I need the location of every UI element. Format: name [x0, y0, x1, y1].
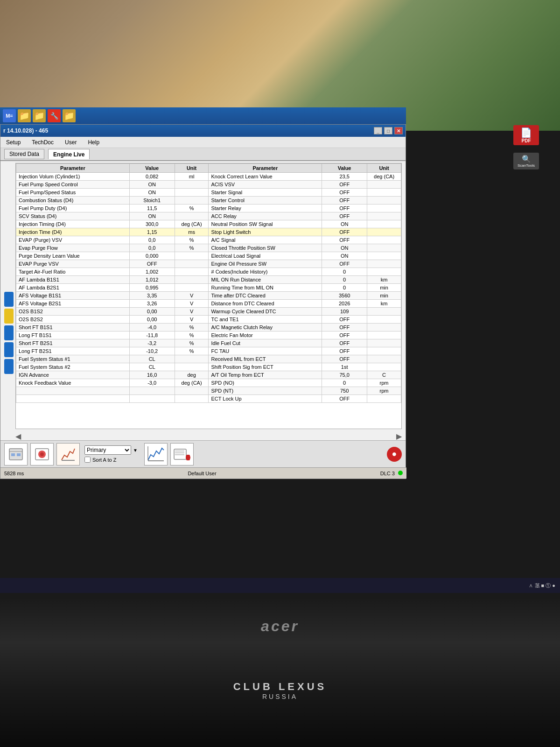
left-param-cell: Short FT B1S1: [16, 324, 130, 331]
right-value-cell: OFF: [322, 181, 367, 189]
right-unit-cell: km: [367, 300, 401, 308]
toolbar-icon-2[interactable]: [30, 443, 54, 465]
sidebar-btn-4[interactable]: [4, 342, 14, 357]
close-button[interactable]: ✕: [394, 127, 403, 134]
left-param-header: Parameter: [16, 164, 130, 173]
toolbar-icon-5[interactable]: [170, 443, 194, 465]
menu-help[interactable]: Help: [86, 138, 101, 147]
right-param-cell: Shift Position Sig from ECT: [209, 363, 322, 371]
sort-checkbox[interactable]: [84, 457, 91, 463]
right-param-cell: Starter Signal: [209, 189, 322, 197]
right-value-cell: OFF: [322, 204, 367, 212]
right-value-cell: 2026: [322, 300, 367, 308]
sidebar-btn-5[interactable]: [4, 359, 14, 374]
right-unit-cell: [367, 316, 401, 324]
menu-setup[interactable]: Setup: [4, 138, 22, 147]
menu-techdoc[interactable]: TechDoc: [30, 138, 56, 147]
right-unit-cell: min: [367, 284, 401, 292]
primary-dropdown[interactable]: Primary: [84, 445, 131, 455]
right-value-cell: OFF: [322, 236, 367, 244]
scroll-indicator: ◀ ▶: [0, 431, 406, 441]
maximize-button[interactable]: □: [384, 127, 392, 134]
table-row: EVAP (Purge) VSV 0,0 % A/C Signal OFF: [16, 236, 401, 244]
right-unit-header: Unit: [367, 164, 401, 173]
svg-rect-8: [148, 460, 164, 461]
left-value-cell: -11,8: [129, 331, 175, 339]
toolbar-icon-1[interactable]: [4, 443, 28, 465]
sidebar-btn-3[interactable]: [4, 325, 14, 340]
right-value-cell: 75,0: [322, 371, 367, 379]
left-unit-cell: V: [175, 316, 209, 324]
left-unit-cell: [175, 197, 209, 204]
folder-icon3[interactable]: 📁: [63, 109, 76, 122]
left-param-cell: AF Lambda B1S1: [16, 276, 130, 284]
club-lexus-logo: CLUB LEXUS RUSSIA: [233, 681, 327, 700]
pdf-icon[interactable]: 📄 PDF: [513, 125, 539, 145]
system-tray: ∧ 茎 ■ ① ●: [0, 578, 560, 593]
right-unit-cell: deg (CA): [367, 173, 401, 181]
left-param-cell: Fuel Pump/Speed Status: [16, 189, 130, 197]
right-value-cell: OFF: [322, 189, 367, 197]
table-row: Purge Density Learn Value 0,000 Electric…: [16, 252, 401, 260]
right-param-cell: A/C Signal: [209, 236, 322, 244]
table-row: Fuel Pump/Speed Status ON Starter Signal…: [16, 189, 401, 197]
table-row: Fuel Pump Duty (D4) 11,5 % Starter Relay…: [16, 204, 401, 212]
svg-rect-3: [17, 453, 21, 456]
main-window: r 14.10.028) - 465 _ □ ✕ Setup TechDoc U…: [0, 124, 406, 479]
scan-icon[interactable]: 🔍 ScanTools: [513, 153, 539, 169]
right-unit-cell: [367, 331, 401, 339]
left-value-cell: 0,995: [129, 284, 175, 292]
menu-user[interactable]: User: [63, 138, 78, 147]
tab-engine-live[interactable]: Engine Live: [48, 149, 90, 159]
left-value-cell: -4,0: [129, 324, 175, 331]
right-param-header: Parameter: [209, 164, 322, 173]
table-row: Target Air-Fuel Ratio 1,002 # Codes(Incl…: [16, 268, 401, 276]
table-row: Fuel System Status #1 CL Received MIL fr…: [16, 355, 401, 363]
app-icon[interactable]: 🔧: [48, 109, 61, 122]
left-param-cell: Knock Feedback Value: [16, 379, 130, 387]
right-value-cell: 109: [322, 308, 367, 316]
right-param-cell: TC and TE1: [209, 316, 322, 324]
bottom-toolbar: Primary ▼ Sort A to Z ●: [0, 440, 406, 467]
table-row: AFS Voltage B1S1 3,35 V Time after DTC C…: [16, 292, 401, 300]
left-param-cell: O2S B1S2: [16, 308, 130, 316]
left-value-cell: ON: [129, 212, 175, 220]
record-button[interactable]: ●: [387, 447, 402, 462]
left-value-cell: OFF: [129, 260, 175, 268]
left-value-cell: CL: [129, 355, 175, 363]
toolbar-icon-4[interactable]: [144, 443, 168, 465]
folder-icon1[interactable]: 📁: [18, 109, 31, 122]
right-unit-cell: [367, 189, 401, 197]
left-unit-cell: ms: [175, 228, 209, 236]
dropdown-area: Primary ▼ Sort A to Z: [84, 445, 138, 463]
right-value-cell: OFF: [322, 355, 367, 363]
right-unit-cell: rpm: [367, 387, 401, 395]
folder-icon2[interactable]: 📁: [33, 109, 46, 122]
table-row: Combustion Status (D4) Stoich1 Starter C…: [16, 197, 401, 204]
svg-rect-7: [62, 460, 75, 461]
left-param-cell: [16, 395, 130, 403]
table-row: Long FT B1S1 -11,8 % Electric Fan Motor …: [16, 331, 401, 339]
left-param-cell: Purge Density Learn Value: [16, 252, 130, 260]
left-param-cell: Combustion Status (D4): [16, 197, 130, 204]
left-param-cell: Injection Time (D4): [16, 228, 130, 236]
status-user: Default User: [188, 471, 216, 476]
right-value-cell: OFF: [322, 197, 367, 204]
right-unit-cell: [367, 395, 401, 403]
right-param-cell: Distance from DTC Cleared: [209, 300, 322, 308]
tab-stored-data[interactable]: Stored Data: [4, 149, 44, 159]
minimize-button[interactable]: _: [374, 127, 382, 134]
table-row: Fuel Pump Speed Control ON ACIS VSV OFF: [16, 181, 401, 189]
start-icon[interactable]: M=: [3, 109, 16, 122]
left-unit-cell: deg: [175, 371, 209, 379]
left-value-cell: 1,15: [129, 228, 175, 236]
sort-label[interactable]: Sort A to Z: [92, 457, 116, 463]
left-value-cell: 3,35: [129, 292, 175, 300]
window-titlebar: r 14.10.028) - 465 _ □ ✕: [0, 125, 406, 137]
right-value-cell: ON: [322, 244, 367, 252]
toolbar-icon-3[interactable]: [56, 443, 80, 465]
sidebar-btn-1[interactable]: [4, 292, 14, 307]
tab-toolbar: Stored Data Engine Live: [0, 148, 406, 161]
left-value-cell: 1,012: [129, 276, 175, 284]
sidebar-btn-2[interactable]: [4, 309, 14, 324]
